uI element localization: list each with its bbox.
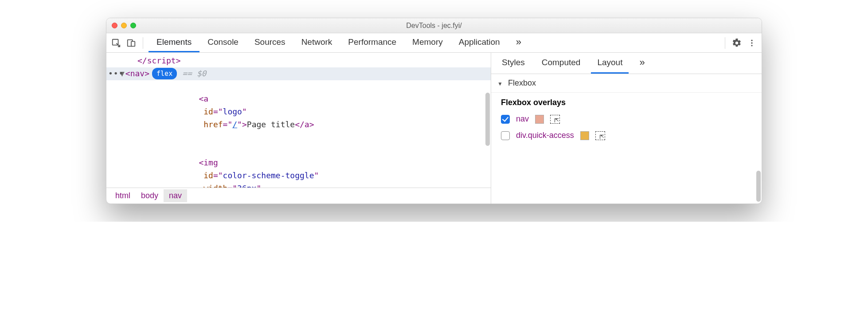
inspect-element-icon[interactable] [110, 37, 122, 49]
crumb-body[interactable]: body [136, 189, 164, 202]
separator [143, 37, 143, 49]
layout-pane: Flexbox Flexbox overlays nav ↖ div.quick… [491, 74, 762, 204]
content-area: </script​> ••• ▼ <nav> flex == $0 <a id=… [106, 53, 762, 204]
tab-memory[interactable]: Memory [404, 33, 451, 52]
vertical-scrollbar[interactable] [756, 171, 761, 202]
devtools-window: DevTools - jec.fyi/ Elements Console Sou… [106, 18, 762, 204]
dom-line-nav-open[interactable]: ••• ▼ <nav> flex == $0 [106, 67, 491, 80]
flexbox-overlays-title: Flexbox overlays [491, 93, 762, 111]
color-swatch[interactable] [580, 131, 589, 140]
crumb-html[interactable]: html [110, 189, 136, 202]
overlay-checkbox-nav[interactable] [501, 115, 510, 124]
styles-panel: Styles Computed Layout » Flexbox Flexbox… [491, 53, 762, 204]
svg-point-5 [751, 45, 752, 46]
tab-network[interactable]: Network [293, 33, 340, 52]
vertical-scrollbar[interactable] [485, 93, 490, 146]
tabs-overflow-icon[interactable]: » [508, 33, 529, 52]
dom-line-script-close[interactable]: </script​> [106, 55, 491, 67]
separator [725, 37, 725, 49]
tab-styles[interactable]: Styles [496, 53, 531, 74]
caret-down-icon [497, 78, 504, 88]
overlay-row-quick-access: div.quick-access ↖ [491, 127, 762, 144]
overlay-highlight-icon[interactable]: ↖ [595, 131, 605, 140]
tab-performance[interactable]: Performance [340, 33, 404, 52]
main-toolbar: Elements Console Sources Network Perform… [106, 33, 762, 53]
svg-point-4 [751, 42, 752, 43]
elements-panel: </script​> ••• ▼ <nav> flex == $0 <a id=… [106, 53, 491, 204]
overlay-checkbox-quick-access[interactable] [501, 131, 510, 140]
overlay-highlight-icon[interactable]: ↖ [550, 115, 560, 124]
sidebar-tabs-overflow-icon[interactable]: » [633, 53, 651, 74]
tab-elements[interactable]: Elements [149, 33, 199, 52]
window-title: DevTools - jec.fyi/ [106, 22, 762, 30]
svg-point-3 [751, 39, 752, 41]
gutter-ellipsis-icon[interactable]: ••• [108, 67, 124, 80]
console-reference: == $0 [182, 67, 206, 80]
sidebar-tabs: Styles Computed Layout » [491, 53, 762, 74]
tab-layout[interactable]: Layout [591, 53, 629, 74]
svg-rect-2 [131, 41, 135, 46]
breadcrumb[interactable]: html body nav [106, 188, 491, 204]
overlay-label[interactable]: div.quick-access [516, 131, 574, 140]
titlebar: DevTools - jec.fyi/ [106, 18, 762, 33]
tab-application[interactable]: Application [451, 33, 508, 52]
device-toggle-icon[interactable] [125, 37, 137, 49]
crumb-nav[interactable]: nav [164, 189, 187, 202]
dom-line-a[interactable]: <a id="logo" href="/">Page title</a> [106, 80, 491, 144]
color-swatch[interactable] [535, 115, 544, 124]
flex-badge[interactable]: flex [152, 68, 177, 79]
dom-line-img[interactable]: <img id="color-scheme-toggle" width="36p… [106, 144, 491, 188]
tab-console[interactable]: Console [199, 33, 246, 52]
dom-tree[interactable]: </script​> ••• ▼ <nav> flex == $0 <a id=… [106, 53, 491, 188]
overlay-row-nav: nav ↖ [491, 111, 762, 127]
tab-computed[interactable]: Computed [536, 53, 587, 74]
main-tabs: Elements Console Sources Network Perform… [149, 33, 719, 52]
kebab-menu-icon[interactable] [746, 37, 758, 49]
overlay-label[interactable]: nav [516, 114, 529, 124]
settings-gear-icon[interactable] [731, 37, 743, 49]
flexbox-section-header[interactable]: Flexbox [491, 74, 762, 93]
tab-sources[interactable]: Sources [246, 33, 293, 52]
